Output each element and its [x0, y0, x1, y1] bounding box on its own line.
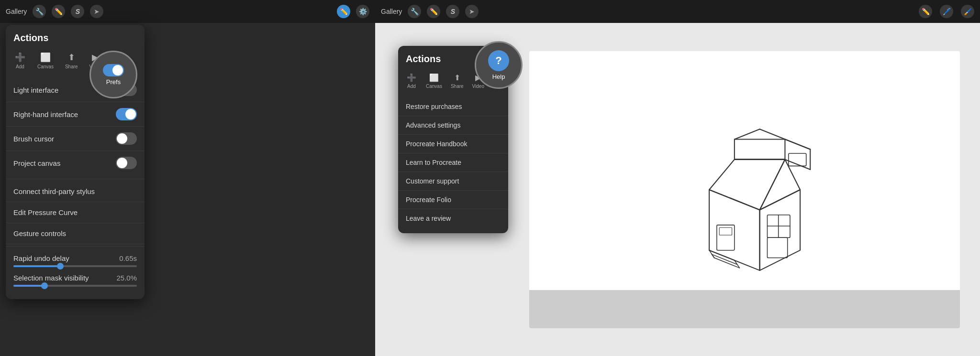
left-panel: Gallery 🔧 ✏️ S ➤ ✏️ ⚙️ Actions ➕ Add ⬜ C… — [0, 0, 375, 356]
canvas-area: Actions ➕ Add ⬜ Canvas ⬆ Share ▶ Video — [375, 23, 980, 356]
s-icon-left[interactable]: S — [71, 5, 84, 18]
tab-share-right[interactable]: ⬆ Share — [447, 70, 468, 92]
prefs-toggle[interactable] — [103, 64, 124, 76]
gesture-controls-label: Gesture controls — [13, 229, 66, 237]
brush-cursor-toggle[interactable] — [116, 132, 137, 145]
rapid-undo-fill — [13, 265, 60, 267]
prefs-label: Prefs — [106, 78, 121, 86]
gallery-label-right: Gallery — [381, 8, 402, 15]
help-question-icon[interactable]: ? — [488, 50, 509, 71]
add-label-right: Add — [407, 84, 416, 89]
arrow-icon-right[interactable]: ➤ — [465, 5, 479, 18]
selection-mask-track[interactable] — [13, 285, 137, 287]
right-tools: ✏️ 🖊️ 🖌️ — [919, 5, 974, 18]
rapid-undo-value: 0.65s — [119, 254, 137, 262]
house-drawing — [668, 99, 821, 280]
add-icon-left: ➕ — [15, 52, 25, 63]
selection-mask-value: 25.0% — [116, 274, 137, 282]
canvas-label-right: Canvas — [426, 84, 442, 89]
setting-row-right-hand: Right-hand interface — [6, 102, 145, 127]
rapid-undo-label: Rapid undo delay — [13, 254, 69, 262]
selection-mask-fill — [13, 285, 45, 287]
share-icon-left: ⬆ — [68, 52, 75, 63]
brush-tool-icon[interactable]: 🖌️ — [961, 5, 974, 18]
help-circle: ? Help — [475, 41, 523, 89]
pen-tool-icon[interactable]: 🖊️ — [940, 5, 953, 18]
menu-learn-to-procreate[interactable]: Learn to Procreate — [398, 153, 508, 172]
add-icon-right: ➕ — [407, 73, 416, 82]
rapid-undo-header: Rapid undo delay 0.65s — [13, 254, 137, 262]
brush-cursor-label: Brush cursor — [13, 135, 54, 143]
settings-icon-left[interactable]: ⚙️ — [356, 5, 369, 18]
setting-row-brush-cursor: Brush cursor — [6, 127, 145, 151]
menu-restore-purchases[interactable]: Restore purchases — [398, 97, 508, 116]
selection-mask-row: Selection mask visibility 25.0% — [13, 274, 137, 287]
menu-advanced-settings[interactable]: Advanced settings — [398, 116, 508, 135]
share-label-right: Share — [451, 84, 464, 89]
arrow-icon-left[interactable]: ➤ — [90, 5, 103, 18]
rapid-undo-row: Rapid undo delay 0.65s — [13, 254, 137, 267]
project-canvas-label: Project canvas — [13, 159, 60, 167]
menu-leave-review[interactable]: Leave a review — [398, 209, 508, 227]
divider-2 — [6, 246, 145, 247]
left-top-bar: Gallery 🔧 ✏️ S ➤ ✏️ ⚙️ — [0, 0, 375, 23]
tab-share-left[interactable]: ⬆ Share — [60, 49, 83, 72]
selection-mask-thumb[interactable] — [41, 282, 48, 289]
connect-stylus-label: Connect third-party stylus — [13, 187, 95, 195]
tab-add-right[interactable]: ➕ Add — [402, 70, 421, 92]
gesture-controls-row[interactable]: Gesture controls — [6, 223, 145, 244]
pressure-curve-label: Edit Pressure Curve — [13, 208, 78, 216]
pencil-icon-right[interactable]: ✏️ — [427, 5, 440, 18]
slider-section: Rapid undo delay 0.65s Selection mask vi… — [6, 248, 145, 299]
svg-marker-5 — [735, 139, 785, 159]
canvas-icon-left: ⬜ — [40, 52, 51, 63]
wrench-icon-left[interactable]: 🔧 — [33, 5, 46, 18]
svg-rect-16 — [719, 227, 732, 235]
svg-marker-3 — [760, 159, 800, 210]
connect-stylus-row[interactable]: Connect third-party stylus — [6, 181, 145, 202]
right-hand-toggle[interactable] — [116, 108, 137, 120]
tab-add-left[interactable]: ➕ Add — [10, 49, 31, 72]
menu-customer-support[interactable]: Customer support — [398, 172, 508, 191]
tab-canvas-right[interactable]: ⬜ Canvas — [422, 70, 446, 92]
canvas-bottom-bar — [529, 290, 960, 328]
selection-mask-header: Selection mask visibility 25.0% — [13, 274, 137, 282]
svg-marker-1 — [760, 190, 800, 270]
divider-1 — [6, 179, 145, 179]
pencil-icon-left[interactable]: ✏️ — [52, 5, 65, 18]
rapid-undo-thumb[interactable] — [57, 263, 64, 270]
rapid-undo-track[interactable] — [13, 265, 137, 267]
share-icon-right: ⬆ — [454, 73, 460, 82]
light-interface-label: Light interface — [13, 86, 58, 94]
drawing-canvas — [529, 51, 960, 328]
setting-row-project-canvas: Project canvas — [6, 151, 145, 175]
svg-rect-23 — [768, 237, 788, 258]
add-label-left: Add — [16, 64, 24, 69]
project-canvas-toggle[interactable] — [116, 157, 137, 169]
actions-title-left: Actions — [6, 25, 145, 47]
share-label-left: Share — [65, 64, 78, 69]
svg-line-6 — [735, 129, 760, 139]
right-hand-label: Right-hand interface — [13, 110, 78, 119]
menu-items: Restore purchases Advanced settings Proc… — [398, 96, 508, 229]
tab-canvas-left[interactable]: ⬜ Canvas — [33, 49, 58, 72]
pressure-curve-row[interactable]: Edit Pressure Curve — [6, 202, 145, 223]
right-panel: Gallery 🔧 ✏️ S ➤ ✏️ 🖊️ 🖌️ Actions ➕ Add … — [375, 0, 980, 356]
svg-marker-2 — [709, 159, 785, 210]
selection-mask-label: Selection mask visibility — [13, 274, 89, 282]
help-label: Help — [492, 73, 505, 80]
menu-procreate-handbook[interactable]: Procreate Handbook — [398, 135, 508, 153]
s-icon-right[interactable]: S — [446, 5, 459, 18]
blue-pen-icon-left[interactable]: ✏️ — [337, 5, 350, 18]
actions-panel-left: Actions ➕ Add ⬜ Canvas ⬆ Share ▶ Video ❓… — [6, 25, 145, 299]
menu-procreate-folio[interactable]: Procreate Folio — [398, 191, 508, 209]
canvas-label-left: Canvas — [37, 64, 54, 69]
gallery-label-left: Gallery — [6, 8, 27, 15]
prefs-circle: Prefs — [89, 51, 137, 98]
pencil-tool-icon[interactable]: ✏️ — [919, 5, 932, 18]
canvas-icon-right: ⬜ — [429, 73, 439, 82]
wrench-icon-right[interactable]: 🔧 — [408, 5, 421, 18]
video-label-right: Video — [472, 84, 484, 89]
right-top-bar: Gallery 🔧 ✏️ S ➤ ✏️ 🖊️ 🖌️ — [375, 0, 980, 23]
